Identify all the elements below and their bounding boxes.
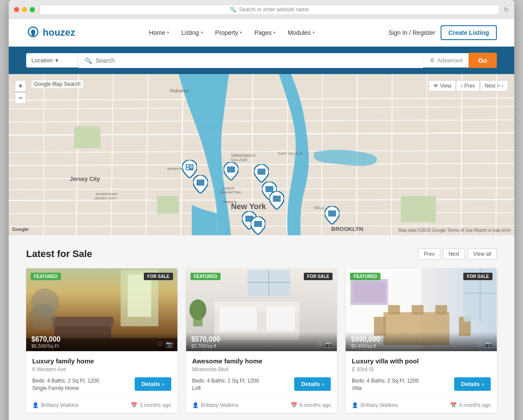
view-all-button[interactable]: View all	[468, 248, 497, 260]
next-button[interactable]: Next	[443, 248, 465, 260]
search-bar: Location ▾ 🔍 ⚙ Advanced Go	[9, 47, 514, 74]
property-card-1: FEATURED FOR SALE $670,000 $6,500/Sq Ft …	[26, 268, 177, 413]
card-details-row-2: Beds: 4 Baths: 2 Sq Ft: 1200 Loft Detail…	[192, 377, 331, 391]
card-type-3: Villa	[352, 385, 419, 391]
heart-icon[interactable]: ♡	[317, 341, 323, 348]
badge-featured-1: FEATURED	[31, 273, 61, 280]
map-pin-6[interactable]	[269, 191, 284, 211]
user-icon: 👤	[352, 402, 358, 408]
location-select[interactable]: Location ▾	[26, 53, 78, 68]
property-card-2: FEATURED FOR SALE $570,000 $2,700/sq ft …	[186, 268, 337, 413]
logo-text: houzez	[43, 27, 75, 38]
map-pin-8[interactable]	[251, 217, 265, 235]
zoom-out-button[interactable]: −	[15, 92, 26, 104]
card-image-2: FEATURED FOR SALE $570,000 $2,700/sq ft …	[186, 268, 337, 351]
go-button[interactable]: Go	[469, 53, 497, 68]
svg-point-83	[189, 299, 206, 320]
search-input[interactable]	[95, 57, 417, 64]
heart-icon[interactable]: ♡	[477, 341, 482, 348]
details-button-2[interactable]: Details ›	[294, 377, 331, 391]
nav-home[interactable]: Home ▾	[144, 26, 174, 40]
address-text: Search or enter website name	[239, 7, 309, 13]
maximize-button[interactable]	[30, 7, 35, 12]
camera-icon[interactable]: 📷	[166, 341, 173, 348]
card-agent-2: 👤 Brittany Watkins	[192, 402, 238, 408]
svg-rect-90	[412, 305, 424, 315]
svg-text:MANHATTAN: MANHATTAN	[220, 190, 241, 194]
heart-icon[interactable]: ♡	[157, 341, 163, 348]
location-label: Location	[31, 57, 53, 64]
nav-property[interactable]: Property ▾	[210, 26, 248, 40]
map-pin-3[interactable]	[224, 162, 238, 182]
logo[interactable]: houzez	[26, 26, 75, 40]
svg-text:Hoboken: Hoboken	[170, 88, 189, 93]
map-view-button[interactable]: 👁 View	[428, 80, 456, 91]
search-input-wrap: 🔍	[78, 53, 423, 68]
map-footer-text: Map data ©2016 Google Terms of Use Repor…	[398, 228, 511, 233]
svg-rect-61	[328, 210, 336, 217]
svg-rect-52	[190, 167, 193, 168]
svg-text:Jersey City: Jersey City	[70, 176, 100, 182]
arrow-right-icon: ›	[322, 381, 324, 387]
details-button-3[interactable]: Details ›	[454, 377, 491, 391]
svg-text:DOWNTOWN: DOWNTOWN	[96, 192, 118, 196]
card-title-2: Awesome family home	[192, 357, 331, 365]
main-content: Latest for Sale Prev Next View all	[9, 235, 514, 420]
svg-rect-91	[435, 305, 447, 315]
card-price-overlay-2: $570,000 $2,700/sq ft	[186, 332, 337, 351]
signin-link[interactable]: Sign In / Register	[388, 29, 435, 36]
card-price-per-1: $6,500/Sq Ft	[31, 343, 172, 349]
browser-window: 🔍 Search or enter website name ↻ houzez …	[9, 0, 514, 420]
map-pin-2[interactable]	[193, 175, 208, 195]
card-type-1: Single Family Home	[32, 385, 99, 391]
badge-status-1: FOR SALE	[144, 273, 173, 280]
map-prev-button[interactable]: ‹ Prev	[456, 80, 480, 91]
card-time-3: 📅 4 months ago	[450, 402, 491, 408]
camera-icon[interactable]: 📷	[485, 341, 492, 348]
card-price-1: $670,000	[31, 335, 172, 343]
close-button[interactable]	[14, 7, 19, 12]
svg-point-73	[30, 304, 56, 330]
svg-text:JERSEY CITY: JERSEY CITY	[94, 196, 117, 200]
calendar-icon: 📅	[131, 402, 137, 408]
nav-listing[interactable]: Listing ▾	[176, 26, 208, 40]
card-actions-2: ♡ 📷	[317, 341, 333, 348]
svg-rect-60	[254, 221, 262, 227]
svg-rect-30	[401, 196, 436, 222]
card-price-per-2: $2,700/sq ft	[191, 343, 332, 349]
address-bar[interactable]: 🔍 Search or enter website name	[39, 4, 499, 15]
card-price-overlay-3: $990,000 $5,400/sq ft	[346, 332, 497, 351]
svg-rect-56	[258, 169, 265, 175]
minimize-button[interactable]	[22, 7, 27, 12]
svg-rect-93	[353, 281, 386, 303]
badge-status-2: FOR SALE	[304, 273, 333, 280]
zoom-in-button[interactable]: +	[15, 80, 26, 91]
nav-modules[interactable]: Modules ▾	[282, 26, 320, 40]
card-image-1: FEATURED FOR SALE $670,000 $6,500/Sq Ft …	[26, 268, 177, 351]
camera-icon[interactable]: 📷	[325, 341, 333, 348]
card-body-2: Awesome family home Miramonte Blvd Beds:…	[186, 351, 337, 397]
advanced-button[interactable]: ⚙ Advanced	[423, 53, 469, 68]
map-zoom-controls: + −	[15, 80, 26, 104]
card-footer-2: 👤 Brittany Watkins 📅 4 months ago	[186, 397, 337, 413]
chevron-down-icon: ▾	[55, 57, 58, 64]
svg-rect-89	[388, 305, 400, 315]
svg-text:BROOKLYN: BROOKLYN	[331, 226, 363, 232]
map-label: Google Map Search	[31, 80, 83, 88]
traffic-lights	[14, 7, 35, 12]
reload-button[interactable]: ↻	[504, 6, 509, 13]
prev-button[interactable]: Prev	[418, 248, 440, 260]
card-address-1: 6 Western Ave	[32, 366, 171, 373]
create-listing-button[interactable]: Create Listing	[441, 25, 497, 40]
map-next-button[interactable]: Next > ›	[480, 80, 508, 91]
svg-rect-54	[197, 180, 204, 186]
section-nav: Prev Next View all	[418, 248, 497, 260]
main-nav: Home ▾ Listing ▾ Property ▾ Pages ▾ Modu…	[144, 26, 320, 40]
details-button-1[interactable]: Details ›	[135, 377, 171, 391]
map-pin-9[interactable]	[325, 206, 340, 226]
card-details-row-3: Beds: 4 Baths: 2 Sq Ft: 1200 Villa Detai…	[352, 377, 491, 391]
nav-pages[interactable]: Pages ▾	[249, 26, 281, 40]
card-time-1: 📅 3 months ago	[131, 402, 171, 408]
site-header: houzez Home ▾ Listing ▾ Property ▾ Pages…	[9, 19, 514, 47]
user-icon: 👤	[192, 402, 199, 408]
